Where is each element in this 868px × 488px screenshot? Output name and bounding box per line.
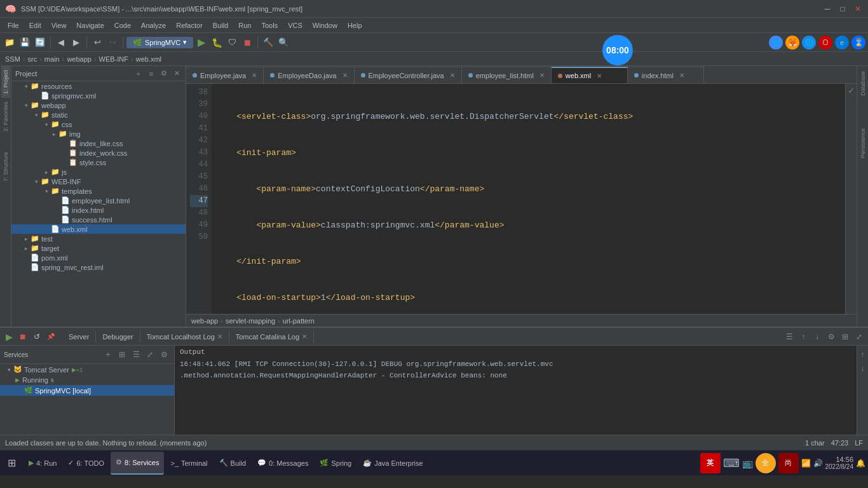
taskbar-run-tab[interactable]: ▶ 4: Run xyxy=(24,452,62,475)
keyboard-icon[interactable]: ⌨ xyxy=(723,456,740,470)
tomcat-catalina-close[interactable]: ✕ xyxy=(302,333,307,340)
opera-icon[interactable]: O xyxy=(818,36,832,50)
tree-item-test[interactable]: ▸ 📁 test xyxy=(11,234,186,243)
forward-button[interactable]: ▶ xyxy=(69,36,83,50)
tree-item-webxml[interactable]: 📄 web.xml xyxy=(11,224,186,234)
tree-item-style-css[interactable]: 📋 style.css xyxy=(11,158,186,167)
menu-tools[interactable]: Tools xyxy=(256,20,283,30)
tree-item-springmvc-xml[interactable]: 📄 springmvc.xml xyxy=(11,91,186,100)
status-bc-urlpattern[interactable]: url-pattern xyxy=(283,317,315,325)
tab-close-emplist[interactable]: ✕ xyxy=(539,72,545,79)
svc-group-button[interactable]: ⊞ xyxy=(116,348,128,361)
breadcrumb-ssm[interactable]: SSM xyxy=(5,55,20,63)
taskbar-terminal-tab[interactable]: >_ Terminal xyxy=(165,452,212,475)
tab-webxml[interactable]: web.xml ✕ xyxy=(552,67,628,83)
menu-edit[interactable]: Edit xyxy=(24,20,46,30)
debug-button[interactable]: 🐛 xyxy=(210,36,224,50)
network-icon[interactable]: 📶 xyxy=(801,459,811,468)
bottom-menu-icon[interactable]: ☰ xyxy=(783,330,796,343)
tree-item-success-html[interactable]: 📄 success.html xyxy=(11,215,186,224)
windows-start-button[interactable]: ⊞ xyxy=(3,452,21,475)
status-position[interactable]: 47:23 xyxy=(831,439,849,447)
menu-help[interactable]: Help xyxy=(342,20,367,30)
tab-employeecontroller-java[interactable]: EmployeeController.java ✕ xyxy=(355,67,462,83)
tray-icon-2[interactable]: 📺 xyxy=(742,458,753,468)
bottom-tab-tomcat-localhost[interactable]: Tomcat Localhost Log ✕ xyxy=(140,331,229,342)
menu-navigate[interactable]: Navigate xyxy=(71,20,109,30)
svc-item-tomcat[interactable]: ▾ 🐱 Tomcat Server ▶=1 xyxy=(0,364,174,375)
code-editor[interactable]: 38 39 40 41 42 43 44 45 46 47 48 49 50 <… xyxy=(186,84,857,314)
run-profile-selector[interactable]: 🌿 SpringMVC ▾ xyxy=(126,37,193,48)
taskbar-spring-tab[interactable]: 🌿 Spring xyxy=(315,452,356,475)
clock-display[interactable]: 14:56 2022/8/24 xyxy=(825,456,854,470)
output-up-button[interactable]: ↑ xyxy=(857,348,869,361)
menu-vcs[interactable]: VCS xyxy=(283,20,308,30)
undo-button[interactable]: ↩ xyxy=(90,36,104,50)
breadcrumb-webinf[interactable]: WEB-INF xyxy=(99,55,128,63)
sidebar-close-icon[interactable]: ✕ xyxy=(172,69,182,79)
tree-item-pomxml[interactable]: 📄 pom.xml xyxy=(11,253,186,262)
menu-run[interactable]: Run xyxy=(233,20,256,30)
tree-item-index-like-css[interactable]: 📋 index_like.css xyxy=(11,139,186,148)
tree-item-resources[interactable]: ▾ 📁 resources xyxy=(11,81,186,91)
menu-view[interactable]: View xyxy=(46,20,72,30)
taskbar-todo-tab[interactable]: ✓ 6: TODO xyxy=(63,452,109,475)
bottom-run-button[interactable]: ▶ xyxy=(3,330,15,343)
ie-icon[interactable]: 🌐 xyxy=(802,36,816,50)
taskbar-messages-tab[interactable]: 💬 0: Messages xyxy=(252,452,313,475)
tab-index-html[interactable]: index.html ✕ xyxy=(628,67,704,83)
tab-employee-list-html[interactable]: employee_list.html ✕ xyxy=(462,67,552,83)
tree-item-webinf[interactable]: ▾ 📁 WEB-INF xyxy=(11,177,186,186)
back-button[interactable]: ◀ xyxy=(54,36,68,50)
redo-button[interactable]: ↪ xyxy=(105,36,119,50)
tree-item-static[interactable]: ▾ 📁 static xyxy=(11,110,186,119)
stop-button[interactable]: ⏹ xyxy=(240,36,254,50)
breadcrumb-webapp[interactable]: webapp xyxy=(67,55,92,63)
run-button[interactable]: ▶ xyxy=(194,36,208,50)
bottom-pin-button[interactable]: 📌 xyxy=(44,330,57,343)
menu-refactor[interactable]: Refactor xyxy=(171,20,208,30)
bottom-down-icon[interactable]: ↓ xyxy=(811,330,824,343)
search-button[interactable]: 🔍 xyxy=(276,36,290,50)
bottom-expand-icon[interactable]: ⤢ xyxy=(853,330,865,343)
menu-file[interactable]: File xyxy=(3,20,24,30)
bottom-tab-tomcat-catalina[interactable]: Tomcat Catalina Log ✕ xyxy=(229,331,314,342)
safari-icon[interactable]: ⌛ xyxy=(851,36,865,50)
tree-item-webapp[interactable]: ▾ 📁 webapp xyxy=(11,100,186,110)
taskbar-services-tab[interactable]: ⚙ 8: Services xyxy=(111,452,164,475)
svc-settings-button[interactable]: ⚙ xyxy=(158,348,170,361)
bottom-restart-button[interactable]: ↺ xyxy=(31,330,43,343)
volume-icon[interactable]: 🔊 xyxy=(813,459,823,468)
menu-code[interactable]: Code xyxy=(109,20,136,30)
sidebar-add-icon[interactable]: + xyxy=(133,69,144,79)
tab-close-empDao[interactable]: ✕ xyxy=(342,72,348,79)
tab-close-webxml[interactable]: ✕ xyxy=(597,72,602,79)
status-char-count[interactable]: 1 char xyxy=(805,439,825,447)
minimize-button[interactable]: ─ xyxy=(822,4,832,14)
taskbar-build-tab[interactable]: 🔨 Build xyxy=(214,452,251,475)
edge-icon[interactable]: e xyxy=(835,36,849,50)
tree-item-employee-list-html[interactable]: 📄 employee_list.html xyxy=(11,196,186,205)
svc-item-springmvc[interactable]: 🌿 SpringMVC [local] xyxy=(0,385,174,396)
breadcrumb-webxml[interactable]: web.xml xyxy=(136,55,161,63)
refresh-button[interactable]: 🔄 xyxy=(33,36,47,50)
tree-item-target[interactable]: ▸ 📁 target xyxy=(11,243,186,253)
chrome-icon[interactable]: 🌐 xyxy=(769,36,783,50)
database-tab[interactable]: Database xyxy=(859,69,867,98)
save-button[interactable]: 💾 xyxy=(18,36,32,50)
tab-close-empCtrl[interactable]: ✕ xyxy=(450,72,455,79)
tree-item-img[interactable]: ▸ 📁 img xyxy=(11,129,186,139)
ime-icon[interactable]: 英 xyxy=(700,453,721,473)
breadcrumb-src[interactable]: src xyxy=(28,55,37,63)
close-button[interactable]: ✕ xyxy=(853,4,863,14)
sidebar-settings-icon[interactable]: ⚙ xyxy=(159,69,169,79)
svc-expand-button[interactable]: ⤢ xyxy=(144,348,156,361)
check-annotation[interactable]: ✓ xyxy=(848,85,853,96)
vert-tab-favorites[interactable]: 2: Favorites xyxy=(1,98,10,135)
tree-item-js[interactable]: ▸ 📁 js xyxy=(11,167,186,177)
svc-filter-button[interactable]: ☰ xyxy=(130,348,142,361)
tree-item-css[interactable]: ▾ 📁 css xyxy=(11,119,186,129)
tab-employeedao-java[interactable]: EmployeeDao.java ✕ xyxy=(264,67,354,83)
vert-tab-project[interactable]: 1: Project xyxy=(1,66,10,98)
lang-icon[interactable]: 全 xyxy=(756,453,776,473)
